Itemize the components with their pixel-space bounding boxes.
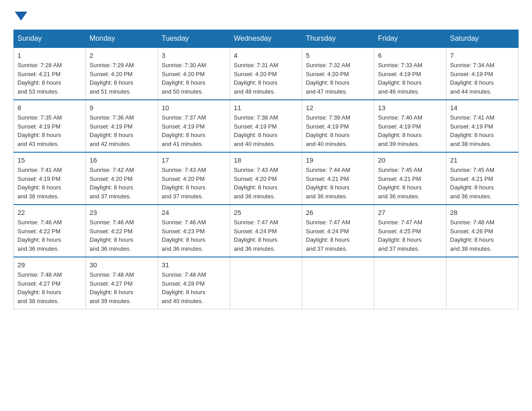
calendar-cell: 29 Sunrise: 7:48 AM Sunset: 4:27 PM Dayl… [14,257,86,309]
day-number: 16 [90,156,154,164]
day-info: Sunrise: 7:36 AM Sunset: 4:19 PM Dayligh… [90,113,154,148]
logo-top [13,9,27,21]
calendar-week-row: 8 Sunrise: 7:35 AM Sunset: 4:19 PM Dayli… [14,100,519,152]
header-monday: Monday [86,30,158,48]
calendar-cell [446,257,519,309]
logo [13,9,27,21]
header-wednesday: Wednesday [230,30,302,48]
day-number: 12 [306,104,370,111]
day-number: 13 [378,104,442,111]
day-number: 24 [162,209,226,216]
day-info: Sunrise: 7:40 AM Sunset: 4:19 PM Dayligh… [378,113,442,148]
day-number: 25 [234,209,298,216]
day-number: 21 [450,156,515,164]
calendar-cell: 15 Sunrise: 7:41 AM Sunset: 4:19 PM Dayl… [14,152,86,205]
calendar-week-row: 29 Sunrise: 7:48 AM Sunset: 4:27 PM Dayl… [14,257,519,309]
calendar-week-row: 1 Sunrise: 7:28 AM Sunset: 4:21 PM Dayli… [14,47,519,100]
calendar-cell: 16 Sunrise: 7:42 AM Sunset: 4:20 PM Dayl… [86,152,158,205]
day-number: 31 [162,261,226,269]
day-number: 26 [306,209,370,216]
calendar-cell: 9 Sunrise: 7:36 AM Sunset: 4:19 PM Dayli… [86,100,158,152]
day-number: 22 [17,209,82,216]
calendar-cell: 1 Sunrise: 7:28 AM Sunset: 4:21 PM Dayli… [14,47,86,100]
day-info: Sunrise: 7:45 AM Sunset: 4:21 PM Dayligh… [450,166,515,201]
calendar-cell: 19 Sunrise: 7:44 AM Sunset: 4:21 PM Dayl… [302,152,374,205]
logo-triangle-icon [15,12,27,21]
day-number: 8 [17,104,82,111]
day-info: Sunrise: 7:30 AM Sunset: 4:20 PM Dayligh… [162,61,226,96]
day-info: Sunrise: 7:48 AM Sunset: 4:28 PM Dayligh… [162,270,226,305]
calendar-cell [302,257,374,309]
day-number: 17 [162,156,226,164]
calendar-cell: 13 Sunrise: 7:40 AM Sunset: 4:19 PM Dayl… [374,100,446,152]
day-number: 4 [234,51,298,59]
calendar-cell: 21 Sunrise: 7:45 AM Sunset: 4:21 PM Dayl… [446,152,519,205]
day-info: Sunrise: 7:47 AM Sunset: 4:24 PM Dayligh… [234,218,298,253]
calendar-table: SundayMondayTuesdayWednesdayThursdayFrid… [13,30,519,309]
day-number: 2 [90,51,154,59]
day-info: Sunrise: 7:33 AM Sunset: 4:19 PM Dayligh… [378,61,442,96]
day-info: Sunrise: 7:31 AM Sunset: 4:20 PM Dayligh… [234,61,298,96]
day-number: 6 [378,51,442,59]
calendar-cell: 3 Sunrise: 7:30 AM Sunset: 4:20 PM Dayli… [158,47,230,100]
calendar-cell: 27 Sunrise: 7:47 AM Sunset: 4:25 PM Dayl… [374,205,446,257]
calendar-cell: 8 Sunrise: 7:35 AM Sunset: 4:19 PM Dayli… [14,100,86,152]
calendar-cell: 23 Sunrise: 7:46 AM Sunset: 4:22 PM Dayl… [86,205,158,257]
day-number: 3 [162,51,226,59]
day-info: Sunrise: 7:41 AM Sunset: 4:19 PM Dayligh… [17,166,82,201]
calendar-cell: 10 Sunrise: 7:37 AM Sunset: 4:19 PM Dayl… [158,100,230,152]
day-number: 23 [90,209,154,216]
calendar-cell: 25 Sunrise: 7:47 AM Sunset: 4:24 PM Dayl… [230,205,302,257]
calendar-cell: 5 Sunrise: 7:32 AM Sunset: 4:20 PM Dayli… [302,47,374,100]
day-number: 7 [450,51,515,59]
calendar-cell: 12 Sunrise: 7:39 AM Sunset: 4:19 PM Dayl… [302,100,374,152]
day-info: Sunrise: 7:34 AM Sunset: 4:19 PM Dayligh… [450,61,515,96]
day-number: 30 [90,261,154,269]
day-info: Sunrise: 7:47 AM Sunset: 4:24 PM Dayligh… [306,218,370,253]
calendar-cell: 26 Sunrise: 7:47 AM Sunset: 4:24 PM Dayl… [302,205,374,257]
day-info: Sunrise: 7:32 AM Sunset: 4:20 PM Dayligh… [306,61,370,96]
day-number: 11 [234,104,298,111]
day-number: 5 [306,51,370,59]
calendar-cell: 18 Sunrise: 7:43 AM Sunset: 4:20 PM Dayl… [230,152,302,205]
calendar-cell: 11 Sunrise: 7:38 AM Sunset: 4:19 PM Dayl… [230,100,302,152]
calendar-cell: 31 Sunrise: 7:48 AM Sunset: 4:28 PM Dayl… [158,257,230,309]
day-info: Sunrise: 7:46 AM Sunset: 4:22 PM Dayligh… [90,218,154,253]
header-friday: Friday [374,30,446,48]
day-info: Sunrise: 7:41 AM Sunset: 4:19 PM Dayligh… [450,113,515,148]
calendar-cell: 6 Sunrise: 7:33 AM Sunset: 4:19 PM Dayli… [374,47,446,100]
calendar-cell: 22 Sunrise: 7:46 AM Sunset: 4:22 PM Dayl… [14,205,86,257]
calendar-cell: 20 Sunrise: 7:45 AM Sunset: 4:21 PM Dayl… [374,152,446,205]
page-header [13,9,519,21]
day-number: 9 [90,104,154,111]
calendar-cell: 24 Sunrise: 7:46 AM Sunset: 4:23 PM Dayl… [158,205,230,257]
calendar-cell: 30 Sunrise: 7:48 AM Sunset: 4:27 PM Dayl… [86,257,158,309]
header-thursday: Thursday [302,30,374,48]
day-info: Sunrise: 7:38 AM Sunset: 4:19 PM Dayligh… [234,113,298,148]
calendar-cell [374,257,446,309]
day-number: 15 [17,156,82,164]
day-info: Sunrise: 7:48 AM Sunset: 4:27 PM Dayligh… [90,270,154,305]
day-number: 10 [162,104,226,111]
day-info: Sunrise: 7:37 AM Sunset: 4:19 PM Dayligh… [162,113,226,148]
day-number: 1 [17,51,82,59]
day-info: Sunrise: 7:45 AM Sunset: 4:21 PM Dayligh… [378,166,442,201]
day-info: Sunrise: 7:28 AM Sunset: 4:21 PM Dayligh… [17,61,82,96]
day-info: Sunrise: 7:44 AM Sunset: 4:21 PM Dayligh… [306,166,370,201]
day-info: Sunrise: 7:46 AM Sunset: 4:22 PM Dayligh… [17,218,82,253]
calendar-cell: 2 Sunrise: 7:29 AM Sunset: 4:20 PM Dayli… [86,47,158,100]
calendar-cell: 4 Sunrise: 7:31 AM Sunset: 4:20 PM Dayli… [230,47,302,100]
day-number: 27 [378,209,442,216]
calendar-header-row: SundayMondayTuesdayWednesdayThursdayFrid… [14,30,519,48]
calendar-week-row: 22 Sunrise: 7:46 AM Sunset: 4:22 PM Dayl… [14,205,519,257]
day-number: 18 [234,156,298,164]
calendar-cell: 28 Sunrise: 7:48 AM Sunset: 4:26 PM Dayl… [446,205,519,257]
day-info: Sunrise: 7:29 AM Sunset: 4:20 PM Dayligh… [90,61,154,96]
day-number: 14 [450,104,515,111]
day-info: Sunrise: 7:46 AM Sunset: 4:23 PM Dayligh… [162,218,226,253]
day-info: Sunrise: 7:48 AM Sunset: 4:26 PM Dayligh… [450,218,515,253]
header-tuesday: Tuesday [158,30,230,48]
day-info: Sunrise: 7:42 AM Sunset: 4:20 PM Dayligh… [90,166,154,201]
header-sunday: Sunday [14,30,86,48]
header-saturday: Saturday [446,30,519,48]
